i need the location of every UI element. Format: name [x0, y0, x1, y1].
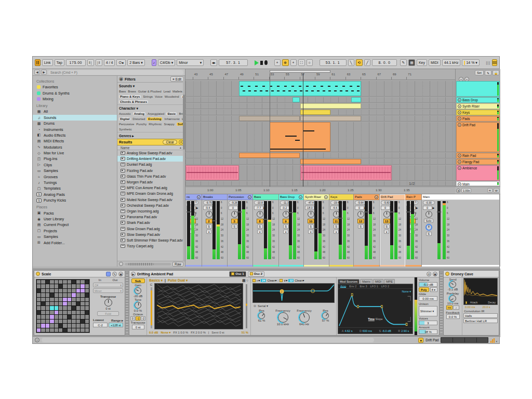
scale-grid-cell[interactable]	[72, 284, 75, 288]
filter-tag[interactable]: Voice	[155, 95, 163, 98]
track-activator[interactable]: 3	[231, 219, 238, 223]
scale-grid-cell[interactable]	[55, 324, 58, 327]
scale-grid-cell[interactable]	[63, 280, 66, 284]
arm-button[interactable]: ●	[308, 230, 313, 234]
track-fold-icon[interactable]: ▾	[458, 111, 461, 114]
performance-meter-icon[interactable]: ▾	[490, 338, 497, 343]
mixer-track-title[interactable]: Pads▾	[354, 194, 379, 200]
scale-grid-cell[interactable]	[55, 302, 58, 305]
attack-icon[interactable]	[466, 301, 467, 304]
scale-grid-cell[interactable]	[59, 302, 62, 305]
play-button[interactable]	[255, 60, 259, 65]
scale-grid-cell[interactable]	[37, 289, 41, 292]
scale-grid-cell[interactable]	[50, 320, 54, 323]
scale-grid-cell[interactable]	[46, 320, 49, 323]
sidebar-item-tunings[interactable]: ♪Tunings	[33, 180, 117, 185]
sidebar-item-drums[interactable]: ▩Drums	[33, 121, 117, 126]
sidebar-item-templates[interactable]: ▢Templates	[33, 185, 117, 191]
filter-tag[interactable]: Mallets	[172, 90, 182, 93]
filter-tag[interactable]: Percussive	[119, 123, 134, 126]
volume-field[interactable]: -9.4	[203, 206, 212, 210]
filter-tag[interactable]: Lead	[164, 90, 170, 93]
hot-swap-icon[interactable]: ⊘	[427, 272, 431, 276]
scale-grid-cell[interactable]	[72, 320, 75, 323]
mixer-fold-icon[interactable]: ▾	[299, 195, 302, 199]
scale-grid-cell[interactable]	[81, 320, 84, 323]
clear-filters-button[interactable]: Clear	[163, 140, 177, 144]
zoom-back-icon[interactable]: ◂	[456, 189, 460, 193]
result-item[interactable]: Fizzling Pad.adv	[117, 168, 185, 174]
freq2-knob[interactable]	[299, 312, 310, 323]
arrangement-position-display[interactable]: 57. 3. 1	[219, 59, 248, 66]
arrangement-lane[interactable]	[185, 122, 455, 152]
arrangement-lane[interactable]	[185, 159, 455, 165]
scale-grid-cell[interactable]	[50, 328, 54, 332]
fold-button[interactable]: Fold	[97, 311, 119, 316]
filter-tag[interactable]: Punchy	[136, 123, 147, 126]
scale-grid-cell[interactable]	[85, 328, 89, 332]
gain-knob[interactable]	[135, 287, 141, 294]
arm-button[interactable]: ●	[283, 230, 288, 234]
arrangement-lane[interactable]	[185, 165, 455, 181]
set-locator-button[interactable]: Set	[475, 70, 484, 75]
wt-transpose-field[interactable]: 0 st	[132, 325, 144, 329]
send-knob[interactable]	[449, 281, 456, 288]
scale-grid-cell[interactable]	[59, 311, 62, 314]
collection-item[interactable]: Mixing	[33, 96, 117, 102]
midi-map-button[interactable]: MIDI	[429, 59, 441, 66]
place-item[interactable]: ▢Projects	[33, 228, 117, 234]
genres-filter-title[interactable]: Genres ▸	[117, 132, 185, 139]
sub-osc-button[interactable]: Sub	[131, 278, 145, 283]
scale-grid-cell[interactable]	[41, 298, 45, 301]
pan-knob[interactable]	[231, 211, 238, 218]
scrollbar-thumb[interactable]	[128, 263, 154, 265]
scale-grid-cell[interactable]	[72, 302, 75, 305]
scale-grid-cell[interactable]	[68, 302, 71, 305]
volume-fader[interactable]	[264, 201, 267, 259]
scale-grid-cell[interactable]	[59, 306, 62, 310]
scale-grid-cell[interactable]	[55, 284, 58, 288]
map-mode-icon[interactable]	[106, 272, 111, 276]
semi-field[interactable]: Semi 0 st	[211, 331, 224, 334]
result-item[interactable]: Analog Slow Sweep Pad.adv	[117, 150, 185, 156]
mixer-fold-icon[interactable]: ▾	[248, 195, 251, 199]
track-header-bass-drop[interactable]: ▾Bass Drop	[456, 97, 500, 103]
scale-grid-cell[interactable]	[85, 306, 89, 310]
sidebar-item-punchy-kicks[interactable]: SPunchy Kicks	[33, 197, 117, 203]
filter1-type-icon[interactable]: ⌐▾	[257, 279, 260, 282]
track-activator[interactable]: 2	[206, 219, 212, 223]
track-activator[interactable]: 8	[257, 219, 263, 223]
cpu-meter[interactable]: 14 % ▾	[462, 59, 479, 66]
filter-tag[interactable]: Distorted	[132, 117, 145, 121]
info-icon[interactable]: i	[35, 338, 39, 342]
track-header-drift-pad[interactable]: ▾Drift Pad	[456, 122, 500, 152]
scale-grid-cell[interactable]	[50, 302, 54, 305]
browser-forward-button[interactable]: ▶	[41, 70, 47, 75]
mixer-track-title[interactable]: Keys	[329, 194, 353, 200]
track-fold-icon[interactable]: ▾	[458, 123, 461, 127]
volume-fader[interactable]	[212, 201, 216, 259]
scale-grid-cell[interactable]	[81, 293, 84, 297]
scale-grid-cell[interactable]	[76, 280, 80, 284]
scale-grid-cell[interactable]	[85, 320, 89, 323]
scale-grid-cell[interactable]	[50, 284, 54, 288]
scale-grid-cell[interactable]	[85, 302, 89, 305]
sidebar-item-analog-pads[interactable]: SAnalog Pads	[33, 192, 117, 197]
track-fold-icon[interactable]: ▾	[458, 166, 461, 170]
scale-grid-cell[interactable]	[76, 328, 80, 332]
tab-mpe[interactable]: MPE	[384, 279, 395, 284]
track-header-synth-riser[interactable]: ▾Synth Riser	[456, 103, 500, 109]
arrangement-lane[interactable]	[185, 181, 455, 186]
filter2-type-icon[interactable]: ∨▾	[284, 279, 287, 282]
octave-minus2-button[interactable]: -2	[141, 316, 145, 321]
wavetable-name-menu[interactable]: Pulse Dual ▾	[168, 278, 188, 283]
result-item[interactable]: Drifting Ambient Pad.adv	[117, 156, 185, 162]
mixer-track-title[interactable]: Bass	[253, 194, 278, 200]
tab-mod-sources[interactable]: Mod Sources	[338, 279, 360, 284]
mixer-strip-drift-pad[interactable]: Drift Pad-5.830▶13S●6061218243036424860	[380, 194, 405, 267]
track-fold-icon[interactable]: ▾	[458, 117, 461, 121]
scale-grid-cell[interactable]	[46, 284, 49, 288]
scale-grid-cell[interactable]	[76, 302, 80, 305]
solo-button[interactable]: Solo	[424, 219, 433, 223]
volume-fader[interactable]	[314, 201, 317, 259]
